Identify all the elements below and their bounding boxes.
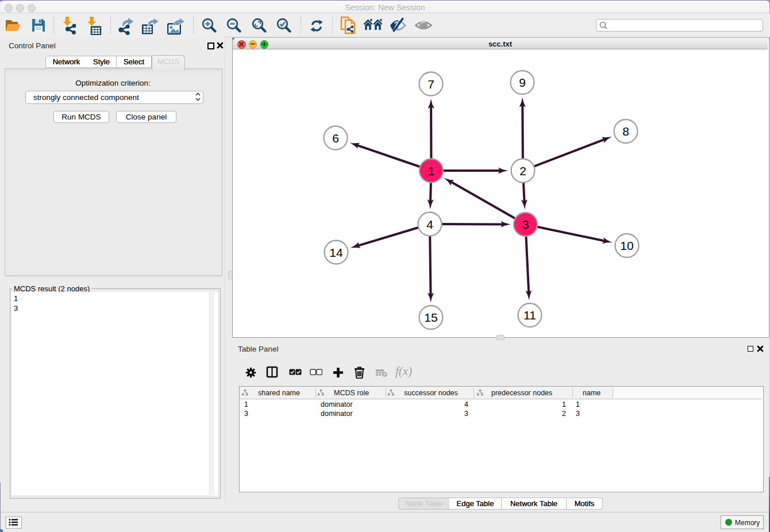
- svg-text:11: 11: [523, 309, 536, 322]
- svg-text:1: 1: [428, 164, 435, 178]
- svg-text:3: 3: [522, 218, 529, 231]
- svg-text:9: 9: [519, 76, 526, 89]
- svg-text:6: 6: [332, 132, 339, 145]
- svg-text:2: 2: [519, 164, 526, 178]
- svg-text:4: 4: [426, 218, 433, 231]
- svg-text:14: 14: [329, 246, 343, 259]
- svg-text:15: 15: [424, 311, 437, 324]
- svg-text:8: 8: [622, 125, 629, 138]
- svg-text:7: 7: [428, 78, 434, 91]
- svg-text:10: 10: [620, 239, 633, 252]
